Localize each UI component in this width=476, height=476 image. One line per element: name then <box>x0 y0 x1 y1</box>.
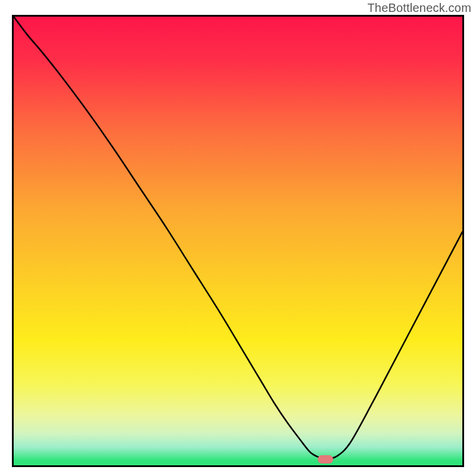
chart-container: TheBottleneck.com <box>0 0 476 476</box>
min-marker <box>318 455 333 464</box>
watermark-text: TheBottleneck.com <box>367 1 471 15</box>
plot-frame <box>12 15 464 467</box>
curve-layer <box>14 17 462 465</box>
bottleneck-curve <box>14 17 462 459</box>
